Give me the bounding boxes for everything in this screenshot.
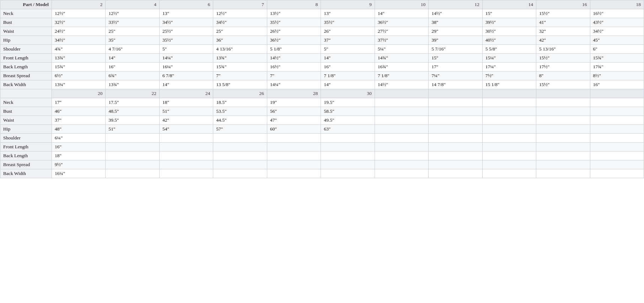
cell: 48" xyxy=(52,125,106,134)
cell: 15¾" xyxy=(52,63,106,71)
cell: 14½" xyxy=(375,80,428,89)
cell: 41" xyxy=(536,18,590,27)
cell xyxy=(267,160,321,169)
cell: 5" xyxy=(321,45,375,54)
table-row: Shoulder 6¼" xyxy=(0,134,644,143)
col-header-4: 4 xyxy=(106,0,159,9)
col-header-8: 8 xyxy=(267,0,321,9)
cell: 17¾" xyxy=(590,63,644,71)
cell xyxy=(375,169,428,178)
row-label: Bust xyxy=(0,18,52,27)
cell: 19.5" xyxy=(321,98,375,107)
cell: 4 13/16" xyxy=(213,45,267,54)
cell: 34½" xyxy=(159,18,213,27)
cell: 8" xyxy=(536,71,590,80)
cell: 51" xyxy=(159,107,213,116)
row-label: Neck xyxy=(0,9,52,18)
cell xyxy=(429,160,482,169)
cell: 30½" xyxy=(482,27,536,36)
cell: 12½" xyxy=(213,9,267,18)
col-header-2: 2 xyxy=(52,0,106,9)
cell: 4 7/16" xyxy=(106,45,159,54)
cell: 16" xyxy=(106,63,159,71)
cell xyxy=(213,143,267,152)
cell xyxy=(213,160,267,169)
section1-header-row: Part / Model 2 4 6 7 8 9 10 12 14 16 18 xyxy=(0,0,644,9)
cell: 5 13/16" xyxy=(536,45,590,54)
table-row: Back Length 15¾" 16" 16¼" 15¾" 16½" 16" … xyxy=(0,63,644,71)
cell xyxy=(482,116,536,125)
table-row: Neck 12½" 12½" 13" 12½" 13½" 13" 14" 14½… xyxy=(0,9,644,18)
cell xyxy=(159,169,213,178)
cell: 43½" xyxy=(590,18,644,27)
cell: 35½" xyxy=(321,18,375,27)
cell: 14" xyxy=(159,80,213,89)
cell: 44.5" xyxy=(213,116,267,125)
cell: 14" xyxy=(321,54,375,63)
cell xyxy=(106,169,159,178)
cell xyxy=(429,116,482,125)
cell: 39½" xyxy=(482,18,536,27)
cell xyxy=(213,152,267,160)
size-chart-table: Part / Model 2 4 6 7 8 9 10 12 14 16 18 … xyxy=(0,0,644,178)
cell xyxy=(590,160,644,169)
cell xyxy=(590,169,644,178)
cell xyxy=(536,152,590,160)
cell: 13½" xyxy=(267,9,321,18)
cell: 17" xyxy=(429,63,482,71)
cell xyxy=(536,134,590,143)
row-label: Back Width xyxy=(0,169,52,178)
cell: 56" xyxy=(267,107,321,116)
cell: 14" xyxy=(106,54,159,63)
cell: 16½" xyxy=(267,63,321,71)
cell xyxy=(590,134,644,143)
cell: 16" xyxy=(321,63,375,71)
cell xyxy=(106,152,159,160)
cell: 25" xyxy=(106,27,159,36)
row-label: Front Length xyxy=(0,54,52,63)
cell: 6½" xyxy=(52,71,106,80)
col-header-16: 16 xyxy=(536,0,590,9)
cell: 16¼" xyxy=(52,169,106,178)
cell: 34½" xyxy=(213,18,267,27)
cell xyxy=(536,169,590,178)
cell: 34½" xyxy=(590,27,644,36)
cell: 12½" xyxy=(52,9,106,18)
cell xyxy=(321,160,375,169)
cell: 14" xyxy=(375,9,428,18)
col-header-28: 28 xyxy=(267,89,321,98)
col-header-24: 24 xyxy=(159,89,213,98)
cell: 63" xyxy=(321,125,375,134)
col-header-30: 30 xyxy=(321,89,375,98)
cell: 5" xyxy=(159,45,213,54)
cell: 13" xyxy=(321,9,375,18)
cell: 4¾" xyxy=(52,45,106,54)
cell: 38" xyxy=(429,18,482,27)
cell: 15½" xyxy=(536,80,590,89)
cell: 6¼" xyxy=(52,134,106,143)
cell xyxy=(375,125,428,134)
table-row: Hip 48" 51" 54" 57" 60" 63" xyxy=(0,125,644,134)
cell: 15¼" xyxy=(482,54,536,63)
cell: 16" xyxy=(590,80,644,89)
cell xyxy=(267,152,321,160)
cell xyxy=(267,143,321,152)
col-header-10: 10 xyxy=(375,0,428,9)
cell: 14 7/8" xyxy=(429,80,482,89)
cell xyxy=(375,160,428,169)
cell: 7" xyxy=(267,71,321,80)
cell xyxy=(482,98,536,107)
cell xyxy=(106,134,159,143)
cell xyxy=(213,134,267,143)
table-row: Back Length 18" xyxy=(0,152,644,160)
cell xyxy=(429,125,482,134)
col-header-12: 12 xyxy=(429,0,482,9)
cell: 51" xyxy=(106,125,159,134)
cell: 32½" xyxy=(52,18,106,27)
cell: 15½" xyxy=(536,54,590,63)
row-label: Breast Spread xyxy=(0,160,52,169)
cell: 36½" xyxy=(267,36,321,45)
cell: 37½" xyxy=(375,36,428,45)
cell: 15" xyxy=(429,54,482,63)
cell xyxy=(429,98,482,107)
